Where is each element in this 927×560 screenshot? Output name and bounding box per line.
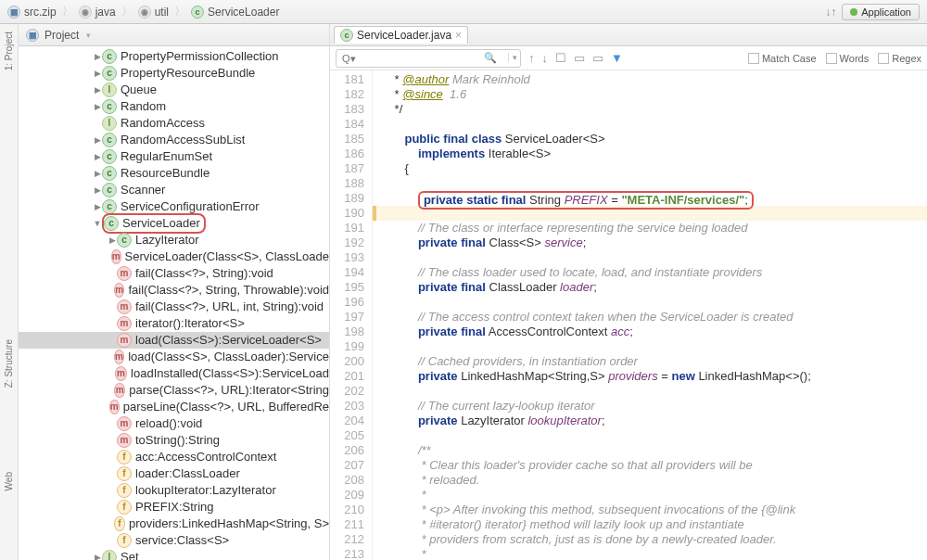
expand-arrow-icon[interactable]: ▶	[93, 48, 102, 65]
tree-row[interactable]: mtoString():String	[19, 432, 329, 449]
close-tab-icon[interactable]: ×	[455, 29, 462, 42]
tree-label: providers:LinkedHashMap<String, S>	[129, 515, 329, 532]
tree-row[interactable]: ▶cPropertyPermissionCollection	[19, 48, 329, 65]
select-all-icon[interactable]: ☐	[555, 51, 566, 65]
method-icon: m	[109, 400, 120, 414]
tree-label: fail(Class<?>, String, Throwable):void	[128, 282, 329, 299]
sync-icon[interactable]: ↓↑	[825, 6, 836, 19]
expand-arrow-icon[interactable]: ▶	[93, 82, 102, 98]
rail-project[interactable]: 1: Project	[4, 32, 14, 70]
breadcrumb-item[interactable]: ◉util	[138, 6, 169, 19]
tree-label: iterator():Iterator<S>	[135, 315, 245, 332]
tree-row[interactable]: ▶cResourceBundle	[19, 165, 329, 182]
class-icon: c	[102, 166, 117, 181]
green-dot-icon	[850, 8, 857, 16]
tree-row[interactable]: ▶cRegularEnumSet	[19, 148, 329, 165]
editor-tab[interactable]: c ServiceLoader.java ×	[334, 26, 468, 44]
interface-icon: I	[102, 83, 117, 97]
tree-label: ResourceBundle	[121, 165, 210, 182]
tree-label: fail(Class<?>, String):void	[135, 265, 273, 282]
expand-arrow-icon[interactable]: ▶	[93, 198, 102, 215]
tree-row[interactable]: ▶IQueue	[19, 82, 329, 98]
search-icon[interactable]: 🔍	[484, 52, 497, 64]
code-content[interactable]: * @author Mark Reinhold * @since 1.6 */ …	[373, 70, 927, 560]
tree-row[interactable]: mreload():void	[19, 415, 329, 432]
tree-label: Set	[121, 549, 139, 560]
filter-icon[interactable]: ▼	[611, 51, 623, 65]
tree-row[interactable]: ▶cPropertyResourceBundle	[19, 65, 329, 82]
editor-tab-label: ServiceLoader.java	[357, 29, 451, 42]
tree-row[interactable]: mServiceLoader(Class<S>, ClassLoade	[19, 248, 329, 265]
project-panel-header[interactable]: ▦ Project ▾	[19, 24, 329, 46]
tree-label: reload():void	[135, 415, 202, 432]
interface-icon: I	[102, 116, 117, 131]
tree-row[interactable]: ▶cLazyIterator	[19, 232, 329, 248]
method-icon: m	[117, 266, 132, 281]
rail-structure[interactable]: Z: Structure	[4, 339, 14, 388]
tree-row[interactable]: mfail(Class<?>, String):void	[19, 265, 329, 282]
tree-row[interactable]: floader:ClassLoader	[19, 465, 329, 482]
tree-label: RegularEnumSet	[121, 148, 212, 165]
remove-selection-icon[interactable]: ▭	[592, 51, 603, 65]
tree-row[interactable]: mfail(Class<?>, String, Throwable):void	[19, 282, 329, 299]
project-panel: ▦ Project ▾ ▶cPropertyPermissionCollecti…	[19, 24, 330, 560]
tree-row[interactable]: mparseLine(Class<?>, URL, BufferedRe	[19, 399, 329, 415]
tree-label: Random	[121, 98, 166, 115]
code-editor[interactable]: 1811821831841851861871881891901911921931…	[330, 70, 927, 560]
expand-arrow-icon[interactable]: ▶	[93, 165, 102, 182]
search-history-icon[interactable]: ▾	[508, 53, 517, 62]
rail-web[interactable]: Web	[4, 472, 14, 490]
breadcrumb-item[interactable]: ▦src.zip	[7, 6, 57, 19]
tree-label: LazyIterator	[135, 232, 199, 248]
class-icon: c	[102, 149, 117, 164]
project-tree[interactable]: ▶cPropertyPermissionCollection▶cProperty…	[19, 46, 329, 560]
tree-row[interactable]: fPREFIX:String	[19, 499, 329, 515]
tree-row[interactable]: mloadInstalled(Class<S>):ServiceLoad	[19, 365, 329, 382]
tree-row[interactable]: facc:AccessControlContext	[19, 449, 329, 465]
zip-icon: ▦	[7, 6, 20, 19]
breadcrumb-item[interactable]: cServiceLoader	[191, 6, 279, 19]
tree-row[interactable]: mfail(Class<?>, URL, int, String):void	[19, 299, 329, 315]
expand-arrow-icon[interactable]: ▶	[93, 98, 102, 115]
tree-row[interactable]: ▶cScanner	[19, 182, 329, 198]
tree-label: toString():String	[135, 432, 220, 449]
tree-row[interactable]: IRandomAccess	[19, 115, 329, 132]
breadcrumb-item[interactable]: ◉java	[79, 6, 116, 19]
tree-label: Queue	[121, 82, 157, 98]
tree-row[interactable]: mparse(Class<?>, URL):Iterator<String	[19, 382, 329, 399]
breadcrumb[interactable]: ▦src.zip〉◉java〉◉util〉cServiceLoader	[7, 4, 279, 19]
expand-arrow-icon[interactable]: ▶	[108, 232, 117, 248]
next-occurrence-icon[interactable]: ↓	[542, 51, 549, 65]
class-icon: c	[117, 233, 132, 248]
expand-arrow-icon[interactable]: ▶	[93, 132, 102, 148]
tree-row[interactable]: fproviders:LinkedHashMap<String, S>	[19, 515, 329, 532]
expand-arrow-icon[interactable]: ▼	[93, 215, 102, 232]
method-icon: m	[117, 299, 132, 314]
tree-label: ServiceLoader	[122, 215, 200, 232]
tree-row[interactable]: miterator():Iterator<S>	[19, 315, 329, 332]
tree-row[interactable]: ▶cRandom	[19, 98, 329, 115]
prev-occurrence-icon[interactable]: ↑	[528, 51, 535, 65]
method-icon: m	[117, 333, 132, 348]
expand-arrow-icon[interactable]: ▶	[93, 549, 102, 560]
tree-row[interactable]: ▼cServiceLoader	[19, 215, 329, 232]
field-icon: f	[114, 516, 125, 531]
expand-arrow-icon[interactable]: ▶	[93, 65, 102, 82]
match-case-check[interactable]: Match Case	[748, 53, 817, 64]
regex-check[interactable]: Regex	[878, 53, 921, 64]
editor-search-bar: 🔍 ▾ ↑ ↓ ☐ ▭ ▭ ▼ Match Case Words Regex	[330, 46, 927, 70]
tree-row[interactable]: ▶ISet	[19, 549, 329, 560]
words-check[interactable]: Words	[826, 53, 870, 64]
expand-arrow-icon[interactable]: ▶	[93, 182, 102, 198]
tree-row[interactable]: ▶cRandomAccessSubList	[19, 132, 329, 148]
project-icon: ▦	[26, 29, 39, 42]
add-selection-icon[interactable]: ▭	[574, 51, 585, 65]
expand-arrow-icon[interactable]: ▶	[93, 148, 102, 165]
method-icon: m	[114, 350, 124, 364]
pkg-icon: ◉	[138, 6, 151, 19]
tree-row[interactable]: fservice:Class<S>	[19, 532, 329, 549]
run-config-button[interactable]: Application	[842, 4, 920, 20]
tree-row[interactable]: flookupIterator:LazyIterator	[19, 482, 329, 499]
tree-row[interactable]: mload(Class<S>, ClassLoader):Service	[19, 349, 329, 365]
tree-row[interactable]: mload(Class<S>):ServiceLoader<S>	[19, 332, 329, 349]
